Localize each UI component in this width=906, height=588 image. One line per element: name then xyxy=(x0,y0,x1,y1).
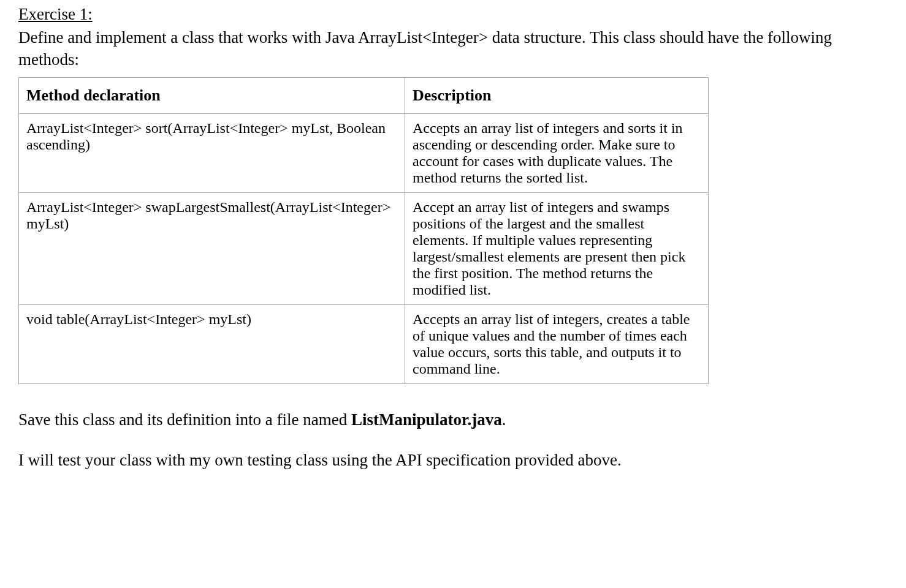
header-description: Description xyxy=(405,77,709,113)
table-row: ArrayList<Integer> swapLargestSmallest(A… xyxy=(19,192,709,304)
save-instruction: Save this class and its definition into … xyxy=(18,409,888,431)
method-declaration-cell: void table(ArrayList<Integer> myLst) xyxy=(19,304,405,383)
exercise-intro: Define and implement a class that works … xyxy=(18,26,888,71)
exercise-document: Exercise 1: Define and implement a class… xyxy=(0,0,906,588)
exercise-heading: Exercise 1: xyxy=(18,5,888,24)
method-declaration-cell: ArrayList<Integer> swapLargestSmallest(A… xyxy=(19,192,405,304)
method-description-cell: Accept an array list of integers and swa… xyxy=(405,192,709,304)
table-header-row: Method declaration Description xyxy=(19,77,709,113)
method-description-cell: Accepts an array list of integers and so… xyxy=(405,113,709,192)
save-instruction-suffix: . xyxy=(502,410,506,429)
save-instruction-prefix: Save this class and its definition into … xyxy=(18,410,351,429)
table-row: void table(ArrayList<Integer> myLst) Acc… xyxy=(19,304,709,383)
table-row: ArrayList<Integer> sort(ArrayList<Intege… xyxy=(19,113,709,192)
method-declaration-cell: ArrayList<Integer> sort(ArrayList<Intege… xyxy=(19,113,405,192)
filename: ListManipulator.java xyxy=(351,410,502,429)
header-method-declaration: Method declaration xyxy=(19,77,405,113)
test-note: I will test your class with my own testi… xyxy=(18,449,888,471)
methods-table: Method declaration Description ArrayList… xyxy=(18,77,709,384)
method-description-cell: Accepts an array list of integers, creat… xyxy=(405,304,709,383)
